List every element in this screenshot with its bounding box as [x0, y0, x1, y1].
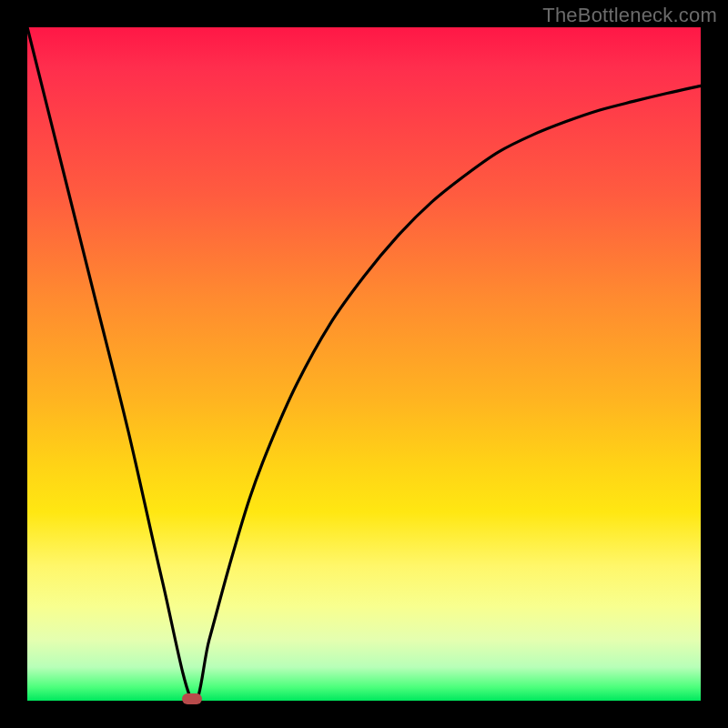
chart-frame: TheBottleneck.com	[0, 0, 728, 728]
chart-plot-area	[27, 27, 701, 701]
bottleneck-curve	[27, 27, 701, 701]
minimum-marker	[182, 693, 202, 704]
watermark-text: TheBottleneck.com	[542, 4, 717, 27]
